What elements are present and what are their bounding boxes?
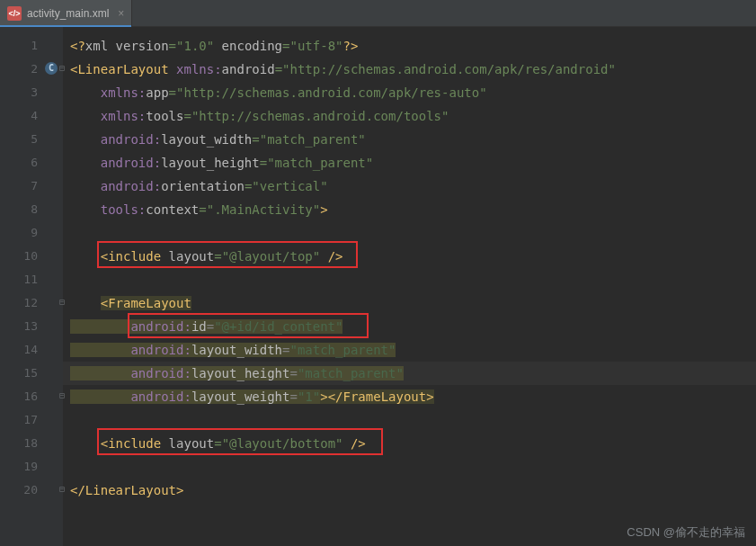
line-number: 3 xyxy=(0,81,63,104)
tab-activity-main[interactable]: </> activity_main.xml × xyxy=(0,0,132,26)
code-line: <FrameLayout xyxy=(63,291,756,315)
code-line: android:layout_height="match_parent" xyxy=(63,362,756,385)
tab-label: activity_main.xml xyxy=(27,7,109,20)
code-line: <include layout="@layout/bottom" /> xyxy=(63,432,756,455)
editor: 1 2C⊟ 3 4 5 6 7 8 9 10 11 12⊟ 13 14 15 1… xyxy=(0,27,756,546)
code-line: <include layout="@layout/top" /> xyxy=(63,245,756,268)
line-number: 4 xyxy=(0,104,63,128)
line-number: 16⊟ xyxy=(0,385,63,408)
code-line: android:layout_width="match_parent" xyxy=(63,128,756,151)
line-number: 14 xyxy=(0,338,63,362)
code-line: <LinearLayout xmlns:android="http://sche… xyxy=(63,58,756,81)
line-number: 10 xyxy=(0,245,63,268)
line-number: 17 xyxy=(0,408,63,432)
code-line: <?xml version="1.0" encoding="utf-8"?> xyxy=(63,34,756,58)
line-number: 5 xyxy=(0,128,63,151)
code-line: xmlns:app="http://schemas.android.com/ap… xyxy=(63,81,756,104)
line-number: 1 xyxy=(0,34,63,58)
code-line xyxy=(63,221,756,245)
code-line: android:layout_height="match_parent" xyxy=(63,151,756,175)
code-line: android:layout_width="match_parent" xyxy=(63,338,756,362)
line-number: 6 xyxy=(0,151,63,175)
code-line: tools:context=".MainActivity"> xyxy=(63,198,756,221)
line-number: 13 xyxy=(0,315,63,338)
line-number: 7 xyxy=(0,175,63,198)
close-icon[interactable]: × xyxy=(118,7,124,20)
line-number: 15 xyxy=(0,362,63,385)
line-number: 9 xyxy=(0,221,63,245)
code-line: android:id="@+id/id_content" xyxy=(63,315,756,338)
line-number: 19 xyxy=(0,455,63,479)
code-line xyxy=(63,268,756,291)
code-line: android:orientation="vertical" xyxy=(63,175,756,198)
code-line: </LinearLayout> xyxy=(63,479,756,502)
xml-file-icon: </> xyxy=(7,6,22,21)
code-line xyxy=(63,408,756,432)
code-line: android:layout_weight="1"></FrameLayout> xyxy=(63,385,756,408)
gutter: 1 2C⊟ 3 4 5 6 7 8 9 10 11 12⊟ 13 14 15 1… xyxy=(0,27,63,546)
line-number: 2C⊟ xyxy=(0,58,63,81)
line-number: 20⊟ xyxy=(0,479,63,502)
line-number: 18 xyxy=(0,432,63,455)
code-line xyxy=(63,455,756,479)
line-number: 12⊟ xyxy=(0,291,63,315)
tab-bar: </> activity_main.xml × xyxy=(0,0,756,27)
code-area[interactable]: <?xml version="1.0" encoding="utf-8"?> <… xyxy=(63,27,756,546)
line-number: 11 xyxy=(0,268,63,291)
code-line: xmlns:tools="http://schemas.android.com/… xyxy=(63,104,756,128)
line-number: 8 xyxy=(0,198,63,221)
